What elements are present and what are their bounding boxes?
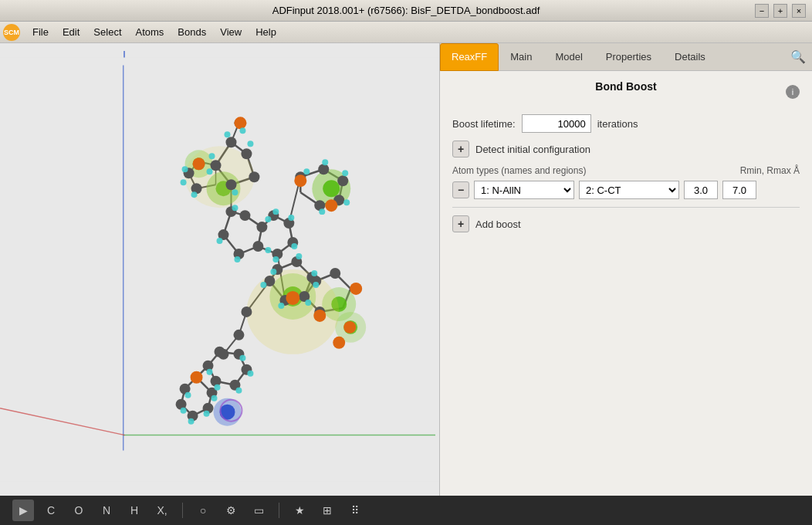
svg-point-153 [291,243,297,249]
rmax-input[interactable] [722,181,756,199]
close-button[interactable]: × [792,4,806,18]
x-tool[interactable]: X, [151,500,173,521]
svg-point-145 [343,199,350,205]
menu-bonds[interactable]: Bonds [171,25,212,39]
cursor-tool[interactable]: ▶ [12,500,34,521]
menu-view[interactable]: View [214,25,248,39]
svg-point-124 [193,158,205,170]
detect-config-button[interactable]: Detect initial configuration [475,144,590,155]
svg-point-163 [207,369,213,375]
main-content: ReaxFF Main Model Properties Details 🔍 B… [0,43,812,496]
menubar: SCM File Edit Select Atoms Bonds View He… [0,22,812,43]
svg-point-123 [234,117,246,129]
svg-point-129 [343,321,356,334]
menu-edit[interactable]: Edit [56,25,86,39]
right-panel: ReaxFF Main Model Properties Details 🔍 B… [440,43,812,496]
svg-point-126 [325,199,337,212]
svg-point-121 [233,330,244,340]
svg-point-167 [239,355,245,361]
rect-tool[interactable]: ▭ [248,500,269,521]
menu-select[interactable]: Select [87,25,127,39]
svg-point-170 [188,418,195,425]
nitrogen-tool[interactable]: N [96,500,117,521]
titlebar: ADFinput 2018.001+ (r67566): BisF_DETDA_… [0,0,812,22]
detect-config-row: + Detect initial configuration [452,141,800,158]
svg-point-120 [241,307,252,317]
rmin-input[interactable] [684,181,718,199]
svg-point-139 [182,166,188,172]
separator [452,207,800,208]
svg-point-143 [322,159,328,165]
tab-model[interactable]: Model [543,43,594,71]
maximize-button[interactable]: + [773,4,787,18]
svg-point-150 [265,247,271,253]
molecule-visualization [0,43,439,496]
atom-type-row: − 1: N-AllN 2: C-CT [452,181,800,199]
menu-file[interactable]: File [26,25,55,39]
viewport-3d[interactable] [0,43,440,496]
search-icon[interactable]: 🔍 [790,49,806,64]
panel-title-row: Bond Boost i [452,80,800,103]
svg-point-138 [232,189,238,195]
info-icon[interactable]: i [786,85,800,99]
svg-point-159 [311,270,317,276]
svg-point-148 [217,238,223,244]
svg-point-131 [350,283,362,295]
svg-point-77 [225,137,236,147]
minimize-button[interactable]: − [755,4,769,18]
tab-main[interactable]: Main [499,43,543,71]
tab-properties[interactable]: Properties [594,43,663,71]
remove-atom-button[interactable]: − [452,181,469,198]
svg-point-164 [215,384,221,391]
boost-lifetime-suffix: iterations [597,118,638,130]
svg-point-133 [224,131,230,137]
svg-point-95 [239,210,250,221]
atom2-select[interactable]: 2: C-CT [579,181,679,199]
tab-reaxff[interactable]: ReaxFF [440,43,499,71]
star-tool[interactable]: ★ [289,500,310,521]
svg-point-165 [235,388,242,394]
toolbar-separator-2 [279,503,279,518]
detect-plus-button[interactable]: + [452,141,469,158]
svg-point-130 [333,337,345,349]
svg-point-107 [330,268,340,279]
hydrogen-tool[interactable]: H [123,500,145,521]
svg-point-135 [247,141,253,147]
gear-tool[interactable]: ⚙ [220,500,242,521]
svg-point-81 [241,148,252,159]
svg-point-151 [265,216,271,222]
svg-point-154 [288,215,294,221]
grid-tool[interactable]: ⊞ [316,500,338,521]
toolbar: ▶ C O N H X, ○ ⚙ ▭ ★ ⊞ ⠿ [0,496,812,525]
svg-point-94 [256,222,267,232]
menu-atoms[interactable]: Atoms [130,25,171,39]
svg-point-152 [272,256,279,262]
tab-details[interactable]: Details [663,43,717,71]
add-boost-label[interactable]: Add boost [475,218,521,230]
atom-types-header: Atom types (names and regions) Rmin, Rma… [452,165,800,176]
ring-tool[interactable]: ○ [192,500,214,521]
carbon-tool[interactable]: C [40,500,62,521]
svg-point-155 [272,208,279,215]
dots-tool[interactable]: ⠿ [344,500,366,521]
atom1-select[interactable]: 1: N-AllN [474,181,574,199]
svg-point-136 [209,153,215,159]
titlebar-title: ADFinput 2018.001+ (r67566): BisF_DETDA_… [272,5,540,16]
svg-point-147 [232,205,238,211]
svg-point-79 [225,179,236,190]
oxygen-tool[interactable]: O [68,500,90,521]
svg-point-128 [313,310,326,322]
svg-point-144 [342,170,348,176]
rmin-rmax-col-label: Rmin, Rmax Å [740,165,800,176]
boost-lifetime-input[interactable] [522,114,591,133]
svg-point-146 [319,208,325,215]
svg-point-132 [191,371,203,384]
svg-point-160 [296,253,302,259]
menu-help[interactable]: Help [249,25,283,39]
svg-point-140 [181,179,187,185]
scm-logo: SCM [3,24,20,41]
svg-point-125 [294,174,306,187]
svg-point-127 [286,291,299,305]
add-boost-plus-button[interactable]: + [452,215,469,232]
svg-point-142 [303,168,310,174]
